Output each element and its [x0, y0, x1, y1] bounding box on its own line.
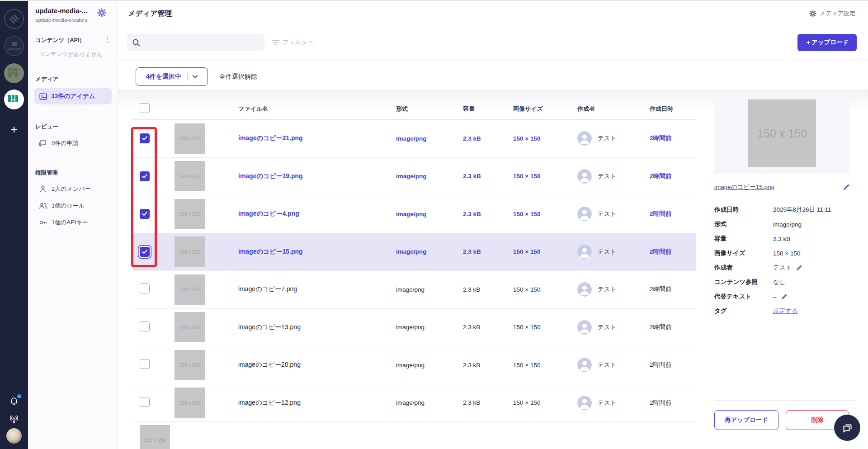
table-row[interactable]: 150 x 150 imageのコピー12.png image/png 2.3 …: [133, 384, 696, 422]
media-settings-button[interactable]: メディア設定: [809, 1, 855, 26]
row-created: 2時間前: [650, 361, 696, 369]
table-row[interactable]: 150 x 150 imageのコピー13.png image/png 2.3 …: [133, 309, 696, 347]
gear-icon: [809, 10, 816, 17]
button-separator: [187, 73, 188, 80]
detail-field-text: –: [773, 293, 777, 300]
row-dimensions: 150 × 150: [513, 211, 577, 217]
search-input[interactable]: [127, 34, 264, 51]
row-format: image/png: [396, 324, 463, 331]
detail-field-value: 設定する: [773, 307, 798, 315]
sidebar-item-roles[interactable]: 1個のロール: [39, 202, 85, 210]
notifications-button[interactable]: [6, 393, 22, 410]
thumbnail-placeholder-label: 150 x 150: [179, 249, 200, 255]
row-filename-link[interactable]: imageのコピー15.png: [238, 248, 396, 256]
row-filename-link[interactable]: imageのコピー12.png: [238, 399, 396, 407]
author-avatar-icon: [577, 131, 592, 146]
table-row[interactable]: 150 x 150 imageのコピー20.png image/png 2.3 …: [133, 346, 696, 384]
row-thumbnail: 150 x 150: [175, 161, 205, 191]
row-filename-link[interactable]: imageのコピー21.png: [238, 134, 396, 142]
sidebar-item-media-items[interactable]: 33件のアイテム: [34, 88, 112, 104]
detail-field-label: 容量: [714, 235, 773, 243]
author-avatar-icon: [577, 358, 592, 372]
column-header-dimensions: 画像サイズ: [513, 105, 577, 113]
row-dimensions: 150 × 150: [513, 173, 577, 180]
table-row[interactable]: 150 x 150 imageのコピー21.png image/png 2.3 …: [133, 120, 696, 158]
add-workspace-button[interactable]: +: [4, 119, 24, 139]
row-checkbox[interactable]: [140, 284, 150, 293]
row-checkbox[interactable]: [140, 321, 150, 331]
select-all-checkbox[interactable]: [140, 103, 150, 113]
user-avatar[interactable]: [6, 428, 22, 444]
filter-button[interactable]: フィルター: [272, 34, 314, 51]
detail-field-label: 画像サイズ: [714, 249, 773, 257]
clear-selection-link[interactable]: 全件選択解除: [219, 73, 257, 81]
row-author: テスト: [598, 285, 616, 293]
edit-filename-icon[interactable]: [843, 184, 850, 191]
reupload-button[interactable]: 再アップロード: [714, 410, 778, 430]
row-author: テスト: [598, 361, 616, 369]
detail-field: 画像サイズ150 × 150: [714, 246, 855, 260]
sidebar-item-members[interactable]: 2人のメンバー: [39, 185, 90, 193]
content-section-title: コンテンツ（API）: [35, 37, 85, 44]
workspace-document-icon[interactable]: Document: [4, 36, 24, 56]
column-header-author: 作成者: [577, 105, 650, 113]
detail-fields: 作成日時2025年8月26日 11:11形式image/png容量2.3 kB画…: [714, 203, 855, 318]
row-format: image/png: [396, 248, 463, 255]
service-settings-button[interactable]: [97, 8, 106, 19]
row-filename-link[interactable]: imageのコピー19.png: [238, 172, 396, 180]
workspace-store-icon[interactable]: [4, 63, 24, 83]
row-thumbnail: 150 x 150: [140, 425, 170, 449]
table-row[interactable]: 150 x 150 imageのコピー7.png image/png 2.3 k…: [133, 271, 696, 309]
row-checkbox[interactable]: [140, 359, 150, 369]
row-dimensions: 150 × 150: [513, 362, 577, 369]
author-avatar-icon: [577, 169, 592, 184]
table-row[interactable]: 150 x 150 imageのコピー19.png image/png 2.3 …: [133, 158, 696, 196]
sidebar-item-label: 0件の申請: [52, 139, 79, 147]
detail-field: 代替テキスト–: [714, 289, 855, 304]
row-size: 2.3 kB: [463, 173, 513, 180]
workspace-active-icon[interactable]: [4, 90, 24, 109]
edit-icon[interactable]: [796, 265, 802, 271]
sidebar-item-reviews[interactable]: 0件の申請: [39, 139, 79, 147]
broadcast-button[interactable]: [6, 411, 22, 428]
chat-square-icon: [39, 139, 47, 147]
row-filename-link[interactable]: imageのコピー20.png: [238, 361, 396, 369]
detail-field: 作成者テスト: [714, 260, 855, 275]
content-menu-button[interactable]: ⋮: [104, 36, 111, 43]
row-filename-link[interactable]: imageのコピー7.png: [238, 285, 396, 293]
row-checkbox[interactable]: [140, 247, 150, 257]
row-thumbnail: 150 x 150: [175, 123, 205, 154]
notification-dot: [17, 394, 21, 398]
row-filename-link[interactable]: imageのコピー13.png: [238, 323, 396, 331]
table-row[interactable]: 150 x 150 imageのコピー15.png image/png 2.3 …: [133, 233, 696, 271]
detail-filename-link[interactable]: imageのコピー15.png: [714, 183, 774, 191]
row-author: テスト: [598, 210, 616, 218]
selection-dropdown-button[interactable]: 4件を選択中: [136, 67, 208, 86]
table-body: 150 x 150 imageのコピー21.png image/png 2.3 …: [133, 120, 696, 449]
set-tags-link[interactable]: 設定する: [773, 307, 798, 315]
thumbnail-placeholder-label: 150 x 150: [179, 287, 200, 292]
row-format: image/png: [396, 399, 463, 406]
sidebar-item-label: 1個のAPIキー: [52, 218, 88, 227]
row-checkbox[interactable]: [140, 133, 150, 143]
chat-fab-button[interactable]: [834, 415, 860, 441]
row-checkbox[interactable]: [140, 397, 150, 407]
edit-icon[interactable]: [781, 293, 788, 300]
upload-button[interactable]: ＋アップロード: [797, 34, 857, 51]
detail-field-text: 2025年8月26日 11:11: [773, 206, 831, 214]
row-dimensions: 150 × 150: [513, 399, 577, 406]
detail-field: 作成日時2025年8月26日 11:11: [714, 203, 855, 217]
workspace-microcms-icon[interactable]: [4, 9, 24, 29]
row-filename-link[interactable]: imageのコピー4.png: [238, 210, 396, 218]
main-content: メディア管理 メディア設定: [118, 1, 868, 449]
author-avatar-icon: [577, 245, 592, 259]
row-checkbox[interactable]: [140, 171, 150, 181]
thumbnail-placeholder-label: 150 x 150: [179, 325, 200, 330]
sidebar-item-api-keys[interactable]: 1個のAPIキー: [39, 218, 88, 227]
table-row[interactable]: 150 x 150: [133, 422, 696, 449]
detail-field: 形式image/png: [714, 217, 855, 232]
row-checkbox[interactable]: [140, 209, 150, 219]
gear-icon: [97, 8, 106, 17]
table-row[interactable]: 150 x 150 imageのコピー4.png image/png 2.3 k…: [133, 195, 696, 233]
row-created: 2時間前: [650, 172, 696, 180]
